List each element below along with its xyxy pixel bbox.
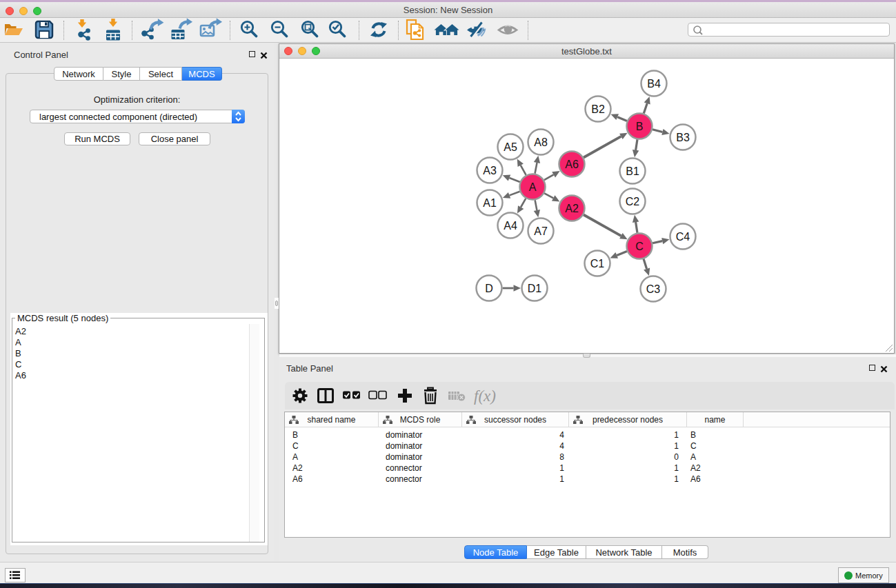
svg-text:A8: A8 (534, 136, 548, 148)
svg-text:A7: A7 (534, 225, 548, 237)
svg-text:B1: B1 (626, 165, 639, 177)
svg-text:C: C (635, 241, 644, 252)
svg-text:A1: A1 (483, 197, 497, 209)
svg-text:f(x): f(x) (474, 387, 496, 405)
svg-text:A5: A5 (504, 141, 517, 153)
svg-text:A4: A4 (504, 220, 517, 232)
svg-text:C4: C4 (676, 231, 690, 243)
svg-text:C1: C1 (590, 258, 605, 270)
svg-text:D: D (485, 283, 493, 294)
svg-text:A2: A2 (565, 203, 579, 214)
svg-text:B4: B4 (647, 78, 661, 90)
svg-text:A6: A6 (565, 159, 579, 170)
svg-text:C3: C3 (646, 283, 661, 295)
svg-text:B2: B2 (591, 103, 605, 115)
svg-text:B3: B3 (676, 132, 690, 143)
svg-text:C2: C2 (626, 196, 640, 207)
svg-text:A: A (529, 181, 537, 193)
svg-text:D1: D1 (528, 283, 542, 294)
svg-text:B: B (636, 121, 644, 132)
svg-text:A3: A3 (483, 165, 497, 176)
